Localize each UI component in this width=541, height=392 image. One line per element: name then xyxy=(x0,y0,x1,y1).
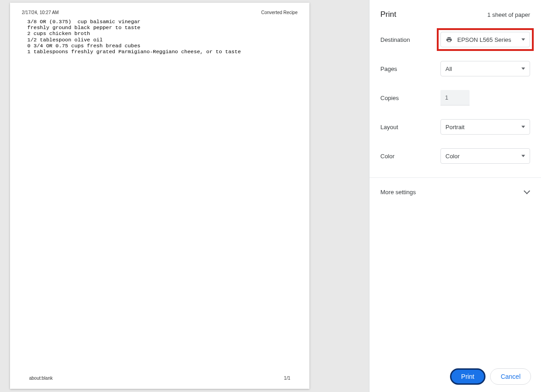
sheet-count: 1 sheet of paper xyxy=(487,11,530,18)
print-button[interactable]: Print xyxy=(450,368,486,385)
page-content: 3/8 OR (0.375) cup balsamic vinegar fres… xyxy=(27,19,298,55)
pages-value: All xyxy=(445,65,452,72)
printer-icon xyxy=(445,36,453,43)
color-select[interactable]: Color xyxy=(440,148,530,164)
layout-label: Layout xyxy=(380,124,440,131)
page-timestamp: 2/17/24, 10:27 AM xyxy=(22,10,59,15)
print-preview-area: 2/17/24, 10:27 AM Converted Recipe 3/8 O… xyxy=(0,0,369,392)
chevron-down-icon xyxy=(525,190,530,195)
more-settings-label: More settings xyxy=(380,189,416,196)
page-footer-url: about:blank xyxy=(29,376,53,381)
layout-select[interactable]: Portrait xyxy=(440,119,530,135)
destination-value: EPSON L565 Series xyxy=(457,36,511,43)
destination-label: Destination xyxy=(380,36,440,43)
chevron-down-icon xyxy=(521,126,525,128)
cancel-button[interactable]: Cancel xyxy=(490,368,531,385)
copies-label: Copies xyxy=(380,95,440,101)
page-header: 2/17/24, 10:27 AM Converted Recipe xyxy=(22,10,298,15)
color-value: Color xyxy=(445,153,460,160)
page-footer: about:blank 1/1 xyxy=(29,376,290,381)
settings-divider xyxy=(369,177,541,178)
page-title: Converted Recipe xyxy=(261,10,298,15)
color-label: Color xyxy=(380,153,440,160)
dialog-footer: Print Cancel xyxy=(369,361,541,392)
chevron-down-icon xyxy=(521,39,525,41)
destination-select[interactable]: EPSON L565 Series xyxy=(440,32,530,47)
copies-input[interactable] xyxy=(440,90,470,106)
pages-label: Pages xyxy=(380,65,440,72)
print-sidebar: Print 1 sheet of paper Destination EPSON… xyxy=(369,0,541,392)
page-footer-page: 1/1 xyxy=(284,376,290,381)
page-preview: 2/17/24, 10:27 AM Converted Recipe 3/8 O… xyxy=(10,3,309,389)
chevron-down-icon xyxy=(521,155,525,157)
print-dialog-title: Print xyxy=(380,10,396,19)
pages-select[interactable]: All xyxy=(440,61,530,76)
destination-highlight: EPSON L565 Series xyxy=(437,28,534,51)
more-settings-toggle[interactable]: More settings xyxy=(380,186,530,198)
chevron-down-icon xyxy=(521,68,525,70)
layout-value: Portrait xyxy=(445,124,465,131)
